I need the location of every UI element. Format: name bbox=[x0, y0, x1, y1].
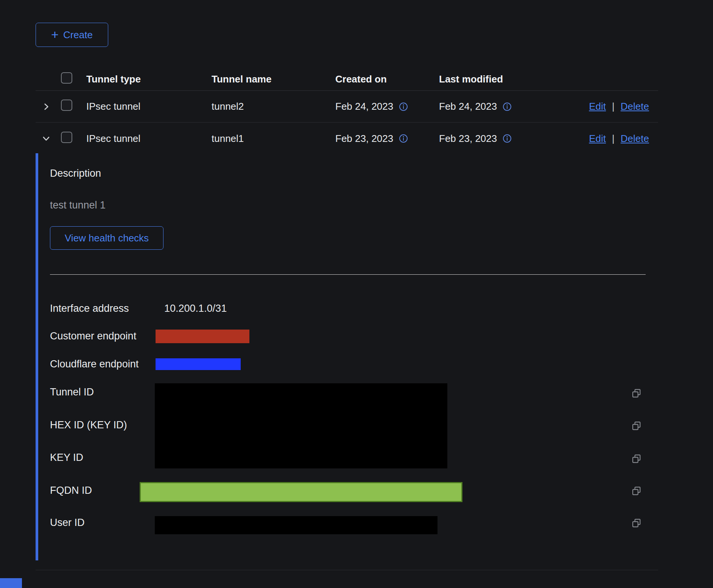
customer-endpoint-label: Customer endpoint bbox=[50, 330, 136, 342]
plus-icon: + bbox=[51, 28, 59, 41]
copy-icon[interactable] bbox=[631, 518, 642, 529]
user-id-label: User ID bbox=[50, 517, 85, 529]
description-value: test tunnel 1 bbox=[50, 199, 106, 211]
select-all-checkbox[interactable] bbox=[61, 72, 72, 84]
view-health-checks-button[interactable]: View health checks bbox=[50, 226, 163, 250]
tunnels-page: + Create Tunnel type Tunnel name Created… bbox=[0, 0, 713, 588]
column-header-last-modified: Last modified bbox=[434, 73, 537, 85]
copy-icon[interactable] bbox=[631, 420, 642, 432]
customer-endpoint-redaction bbox=[156, 330, 249, 343]
tunnel-type-cell: IPsec tunnel bbox=[82, 133, 207, 145]
edit-link[interactable]: Edit bbox=[589, 133, 606, 145]
tunnel-id-label: Tunnel ID bbox=[50, 386, 94, 398]
description-label: Description bbox=[50, 168, 101, 179]
create-button[interactable]: + Create bbox=[36, 23, 108, 47]
last-modified-cell: Feb 24, 2023 bbox=[439, 101, 497, 112]
key-id-label: KEY ID bbox=[50, 452, 83, 464]
tunnel-name-cell: tunnel2 bbox=[207, 101, 331, 112]
row-checkbox[interactable] bbox=[61, 100, 72, 111]
action-separator: | bbox=[612, 101, 615, 112]
tunnels-table: Tunnel type Tunnel name Created on Last … bbox=[36, 68, 658, 154]
expanded-row-accent-bar bbox=[36, 153, 38, 560]
column-header-tunnel-name: Tunnel name bbox=[207, 73, 331, 85]
tunnel-detail-panel: Description test tunnel 1 View health ch… bbox=[36, 153, 658, 570]
create-button-label: Create bbox=[63, 29, 93, 41]
info-icon[interactable] bbox=[399, 102, 408, 112]
created-on-cell: Feb 23, 2023 bbox=[335, 133, 393, 145]
cloudflare-endpoint-label: Cloudflare endpoint bbox=[50, 358, 139, 370]
tunnel-type-cell: IPsec tunnel bbox=[82, 101, 207, 112]
ids-redaction bbox=[155, 383, 447, 468]
created-on-cell: Feb 24, 2023 bbox=[335, 101, 393, 112]
info-icon[interactable] bbox=[502, 134, 512, 143]
collapse-chevron-down-icon[interactable] bbox=[36, 134, 56, 143]
column-header-created-on: Created on bbox=[331, 73, 434, 85]
table-row: IPsec tunnel tunnel2 Feb 24, 2023 Feb 24… bbox=[36, 91, 658, 123]
bottom-left-blue-bar bbox=[0, 578, 22, 588]
copy-icon[interactable] bbox=[631, 485, 642, 497]
cloudflare-endpoint-redaction bbox=[156, 358, 241, 370]
fqdn-id-label: FQDN ID bbox=[50, 485, 92, 496]
hex-id-label: HEX ID (KEY ID) bbox=[50, 419, 127, 431]
tunnel-name-cell: tunnel1 bbox=[207, 133, 331, 145]
table-row: IPsec tunnel tunnel1 Feb 23, 2023 Feb 23… bbox=[36, 123, 658, 154]
divider bbox=[50, 274, 646, 275]
delete-link[interactable]: Delete bbox=[621, 133, 649, 145]
user-id-redaction bbox=[155, 516, 437, 534]
row-checkbox[interactable] bbox=[61, 132, 72, 143]
copy-icon[interactable] bbox=[631, 453, 642, 465]
action-separator: | bbox=[612, 133, 615, 145]
last-modified-cell: Feb 23, 2023 bbox=[439, 133, 497, 145]
info-icon[interactable] bbox=[502, 102, 512, 112]
interface-address-value: 10.200.1.0/31 bbox=[164, 303, 227, 314]
column-header-tunnel-type: Tunnel type bbox=[82, 73, 207, 85]
edit-link[interactable]: Edit bbox=[589, 101, 606, 112]
table-header-row: Tunnel type Tunnel name Created on Last … bbox=[36, 68, 658, 91]
delete-link[interactable]: Delete bbox=[621, 101, 649, 112]
fqdn-id-redaction bbox=[140, 482, 462, 502]
expand-chevron-right-icon[interactable] bbox=[36, 102, 56, 112]
copy-icon[interactable] bbox=[631, 388, 642, 399]
info-icon[interactable] bbox=[399, 134, 408, 143]
interface-address-label: Interface address bbox=[50, 303, 129, 314]
